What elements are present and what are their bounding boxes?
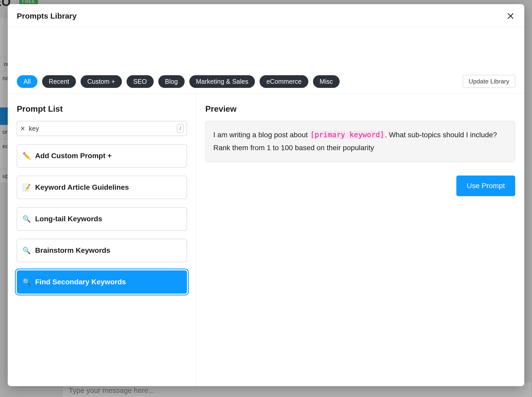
filter-pill-misc[interactable]: Misc — [313, 75, 340, 88]
pencil-icon: ✏️ — [23, 152, 30, 160]
filter-pill-marketing-sales[interactable]: Marketing & Sales — [189, 75, 255, 88]
search-field-wrapper: / — [17, 121, 187, 136]
close-button[interactable] — [506, 11, 515, 21]
filter-pill-all[interactable]: All — [17, 75, 37, 88]
prompt-item[interactable]: 📝Keyword Article Guidelines — [17, 176, 187, 199]
prompt-item-label: Long-tail Keywords — [35, 215, 102, 223]
prompts-library-modal: Prompts Library AllRecentCustom +SEOBlog… — [8, 4, 524, 386]
use-prompt-row: Use Prompt — [205, 175, 515, 196]
close-icon — [20, 126, 25, 131]
modal-body: Prompt List / ✏️Add Custom Prompt +📝Keyw… — [8, 94, 524, 386]
preview-text: I am writing a blog post about [primary … — [205, 121, 515, 162]
close-icon — [507, 12, 514, 20]
filter-pill-blog[interactable]: Blog — [158, 75, 185, 88]
use-prompt-button[interactable]: Use Prompt — [456, 175, 515, 196]
filter-pill-recent[interactable]: Recent — [42, 75, 76, 88]
filter-section: AllRecentCustom +SEOBlogMarketing & Sale… — [8, 27, 524, 94]
prompt-list: ✏️Add Custom Prompt +📝Keyword Article Gu… — [17, 144, 187, 294]
filter-pill-seo[interactable]: SEO — [127, 75, 154, 88]
prompt-list-panel: Prompt List / ✏️Add Custom Prompt +📝Keyw… — [8, 94, 196, 386]
modal-title: Prompts Library — [17, 12, 77, 20]
prompt-item-label: Find Secondary Keywords — [35, 278, 126, 286]
preview-variable: [primary keyword] — [310, 131, 385, 139]
prompt-item[interactable]: 🔍Long-tail Keywords — [17, 207, 187, 231]
slash-shortcut-badge: / — [177, 124, 184, 133]
prompt-item-label: Brainstorm Keywords — [35, 246, 110, 255]
preview-title: Preview — [205, 104, 515, 114]
prompt-item-label: Keyword Article Guidelines — [35, 183, 129, 192]
update-library-button[interactable]: Update Library — [463, 75, 515, 88]
prompt-item[interactable]: ✏️Add Custom Prompt + — [17, 144, 187, 167]
prompt-item-label: Add Custom Prompt + — [35, 152, 112, 160]
filter-pill-ecommerce[interactable]: eCommerce — [260, 75, 308, 88]
clear-search-button[interactable] — [20, 126, 25, 131]
prompt-item[interactable]: 🔍Brainstorm Keywords — [17, 239, 187, 262]
filter-pill-custom-[interactable]: Custom + — [81, 75, 122, 88]
search-input[interactable] — [29, 125, 173, 132]
preview-text-before: I am writing a blog post about — [213, 131, 310, 139]
memo-icon: 📝 — [23, 184, 30, 191]
magnifying-glass-icon: 🔍 — [23, 278, 30, 286]
filter-pills: AllRecentCustom +SEOBlogMarketing & Sale… — [17, 75, 340, 88]
preview-panel: Preview I am writing a blog post about [… — [196, 94, 524, 386]
prompt-list-title: Prompt List — [17, 104, 187, 114]
modal-header: Prompts Library — [8, 4, 524, 27]
magnifying-glass-icon: 🔍 — [23, 247, 30, 254]
prompt-item[interactable]: 🔍Find Secondary Keywords — [17, 270, 187, 294]
magnifying-glass-icon: 🔍 — [23, 215, 30, 223]
